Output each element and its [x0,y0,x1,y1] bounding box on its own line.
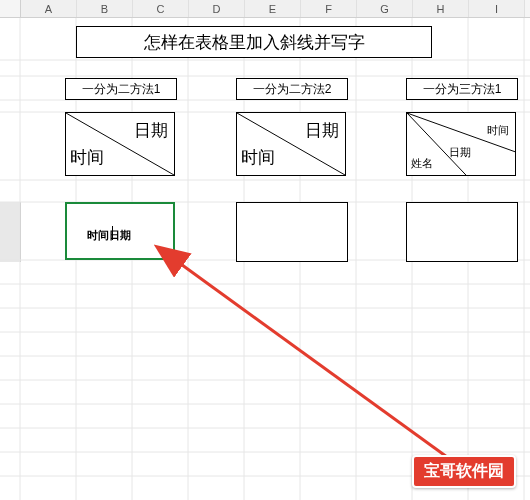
fill-handle[interactable] [170,255,176,261]
watermark-badge: 宝哥软件园 [412,455,516,488]
diag-c-mid-label: 日期 [449,145,471,160]
active-edit-cell[interactable]: 时间日期 [65,202,175,260]
diag-b-top-label: 日期 [305,119,339,142]
subheader-c-text: 一分为三方法1 [423,81,502,98]
diag-b-bottom-label: 时间 [241,146,275,169]
diagonal-cell-a[interactable]: 日期 时间 [65,112,175,176]
page-title-text: 怎样在表格里加入斜线并写字 [144,31,365,54]
editing-text: 时间日期 [87,228,131,243]
empty-cell-c[interactable] [406,202,518,262]
page-title-cell[interactable]: 怎样在表格里加入斜线并写字 [76,26,432,58]
diag-a-top-label: 日期 [134,119,168,142]
diagonal-cell-c[interactable]: 时间 日期 姓名 [406,112,516,176]
spreadsheet-area: A B C D E F G H I [0,0,530,500]
diag-c-top-label: 时间 [487,123,509,138]
text-cursor [112,226,113,240]
subheader-method-c[interactable]: 一分为三方法1 [406,78,518,100]
subheader-method-b[interactable]: 一分为二方法2 [236,78,348,100]
diagonal-cell-b[interactable]: 日期 时间 [236,112,346,176]
watermark-text: 宝哥软件园 [424,462,504,479]
empty-cell-b[interactable] [236,202,348,262]
diag-a-bottom-label: 时间 [70,146,104,169]
subheader-b-text: 一分为二方法2 [253,81,332,98]
subheader-method-a[interactable]: 一分为二方法1 [65,78,177,100]
subheader-a-text: 一分为二方法1 [82,81,161,98]
diag-c-bottom-label: 姓名 [411,156,433,171]
